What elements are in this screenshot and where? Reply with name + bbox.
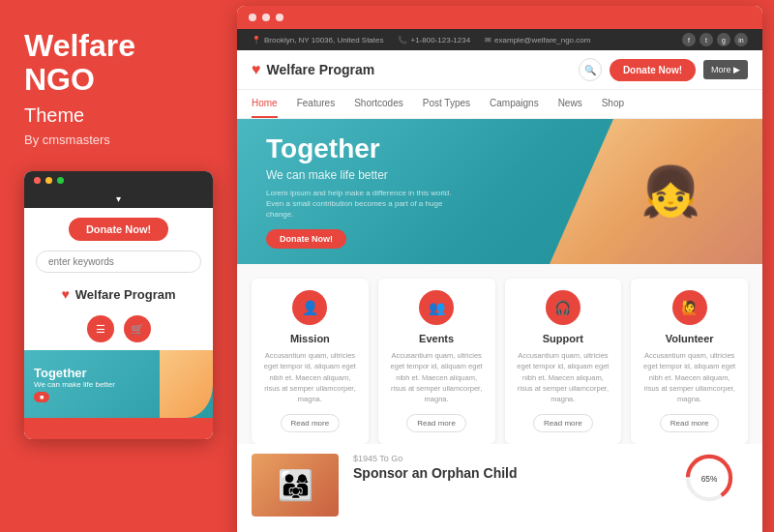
- menu-icon[interactable]: ☰: [87, 315, 114, 342]
- nav-item-shortcodes[interactable]: Shortcodes: [354, 90, 403, 118]
- events-read-more[interactable]: Read more: [406, 414, 466, 432]
- logo-heart-icon: ♥: [252, 61, 261, 78]
- feature-title-support: Support: [515, 333, 612, 344]
- volunteer-icon: 🙋: [672, 290, 707, 325]
- feature-card-mission: 👤 Mission Accusantium quam, ultricies eg…: [252, 279, 369, 444]
- nav-item-shop[interactable]: Shop: [602, 90, 624, 118]
- features-grid: 👤 Mission Accusantium quam, ultricies eg…: [252, 279, 748, 444]
- support-read-more[interactable]: Read more: [533, 414, 593, 432]
- campaign-chart: 65%: [670, 454, 748, 502]
- mobile-hero-subtitle: We can make life better: [34, 380, 115, 389]
- donate-button[interactable]: Donate Now!: [610, 59, 696, 81]
- campaign-title: Sponsor an Orphan Child: [353, 465, 656, 481]
- mobile-donate-button[interactable]: Donate Now!: [69, 218, 168, 241]
- mission-read-more[interactable]: Read more: [281, 414, 341, 432]
- mobile-nav-bar: ▾: [24, 190, 213, 208]
- hero-title: Together: [266, 134, 460, 164]
- mobile-hero: Together We can make life better ■: [24, 350, 213, 418]
- feature-card-events: 👥 Events Accusantium quam, ultricies ege…: [378, 279, 495, 444]
- email-icon: ✉: [485, 36, 491, 44]
- nav-item-news[interactable]: News: [558, 90, 582, 118]
- browser-dot-2: [262, 14, 270, 21]
- nav-item-features[interactable]: Features: [297, 90, 335, 118]
- cart-icon[interactable]: 🛒: [124, 315, 151, 342]
- phone-item: 📞 +1-800-123-1234: [398, 36, 470, 44]
- mobile-logo: ♥ Welfare Program: [24, 281, 213, 310]
- main-title: Welfare NGO: [24, 29, 135, 97]
- info-bar-left: 📍 Brooklyn, NY 10036, United States 📞 +1…: [252, 36, 590, 44]
- hero-description: Lorem ipsum and help make a difference i…: [266, 188, 460, 221]
- svg-text:65%: 65%: [701, 474, 718, 484]
- pie-chart-svg: 65%: [685, 454, 733, 502]
- linkedin-icon[interactable]: in: [734, 33, 748, 46]
- events-icon: 👥: [419, 290, 454, 325]
- mobile-browser-bar: [24, 171, 213, 190]
- hero-image: 👧: [550, 119, 762, 264]
- mobile-logo-text: Welfare Program: [75, 287, 176, 302]
- feature-title-mission: Mission: [261, 333, 359, 344]
- hero-subtitle: We can make life better: [266, 168, 460, 182]
- address-item: 📍 Brooklyn, NY 10036, United States: [252, 36, 383, 44]
- features-section: 👤 Mission Accusantium quam, ultricies eg…: [237, 264, 762, 444]
- facebook-icon[interactable]: f: [682, 33, 696, 46]
- volunteer-read-more[interactable]: Read more: [660, 414, 720, 432]
- girl-illustration: 👧: [640, 163, 700, 220]
- heart-icon: ♥: [61, 286, 69, 302]
- children-illustration: 👨‍👩‍👧: [278, 468, 313, 502]
- mobile-hero-cta[interactable]: ■: [34, 392, 49, 402]
- info-bar: 📍 Brooklyn, NY 10036, United States 📞 +1…: [237, 29, 762, 50]
- feature-desc-events: Accusantium quam, ultricies eget tempor …: [388, 350, 486, 404]
- browser-chrome: [237, 6, 762, 29]
- desktop-mockup: 📍 Brooklyn, NY 10036, United States 📞 +1…: [237, 6, 762, 532]
- mobile-bottom-strip: [24, 418, 213, 439]
- nav-item-home[interactable]: Home: [252, 90, 278, 118]
- mobile-dot-yellow: [45, 177, 52, 184]
- hero-content: Together We can make life better Lorem i…: [266, 134, 460, 248]
- browser-dot-3: [276, 14, 283, 21]
- feature-title-volunteer: Volunteer: [640, 333, 738, 344]
- feature-card-support: 🎧 Support Accusantium quam, ultricies eg…: [505, 279, 622, 444]
- mobile-hero-title: Together: [34, 366, 115, 380]
- mobile-icon-bar: ☰ 🛒: [24, 310, 213, 350]
- feature-desc-support: Accusantium quam, ultricies eget tempor …: [515, 350, 612, 404]
- nav-right-actions: 🔍 Donate Now! More ▶: [579, 58, 748, 81]
- author-credit: By cmsmasters: [24, 133, 110, 147]
- twitter-icon[interactable]: t: [700, 33, 713, 46]
- email-text: example@welfare_ngo.com: [494, 36, 590, 44]
- search-button[interactable]: 🔍: [579, 58, 602, 81]
- more-button[interactable]: More ▶: [703, 60, 748, 79]
- google-icon[interactable]: g: [717, 33, 730, 46]
- mobile-hero-image: [160, 350, 213, 418]
- nav-menu: Home Features Shortcodes Post Types Camp…: [237, 90, 762, 119]
- location-icon: 📍: [252, 36, 261, 44]
- nav-item-campaigns[interactable]: Campaigns: [490, 90, 539, 118]
- phone-text: +1-800-123-1234: [410, 36, 470, 44]
- social-icons: f t g in: [682, 33, 748, 46]
- bottom-section: 👨‍👩‍👧 $1945 To Go Sponsor an Orphan Chil…: [237, 444, 762, 532]
- mission-icon: 👤: [292, 290, 327, 325]
- support-icon: 🎧: [546, 290, 580, 325]
- site-logo: ♥ Welfare Program: [252, 61, 374, 78]
- feature-desc-volunteer: Accusantium quam, ultricies eget tempor …: [640, 350, 738, 404]
- campaign-image: 👨‍👩‍👧: [252, 454, 339, 517]
- site-name: Welfare Program: [267, 62, 375, 77]
- email-item: ✉ example@welfare_ngo.com: [485, 36, 590, 44]
- feature-title-events: Events: [388, 333, 486, 344]
- browser-dot-1: [249, 14, 256, 21]
- mobile-mockup: ▾ Donate Now! ♥ Welfare Program ☰ 🛒 Toge…: [24, 171, 213, 439]
- mobile-dot-green: [57, 177, 64, 184]
- address-text: Brooklyn, NY 10036, United States: [264, 36, 383, 44]
- feature-card-volunteer: 🙋 Volunteer Accusantium quam, ultricies …: [631, 279, 748, 444]
- main-nav: ♥ Welfare Program 🔍 Donate Now! More ▶: [237, 50, 762, 90]
- mobile-dot-red: [34, 177, 41, 184]
- chevron-down-icon: ▾: [116, 193, 121, 204]
- campaign-content: $1945 To Go Sponsor an Orphan Child: [353, 454, 656, 481]
- nav-item-post-types[interactable]: Post Types: [423, 90, 470, 118]
- hero-donate-button[interactable]: Donate Now!: [266, 229, 346, 249]
- hero-section: Together We can make life better Lorem i…: [237, 119, 762, 264]
- left-panel: Welfare NGO Theme By cmsmasters ▾ Donate…: [0, 0, 237, 532]
- theme-subtitle: Theme: [24, 104, 84, 127]
- mobile-search-input[interactable]: [36, 251, 201, 273]
- feature-desc-mission: Accusantium quam, ultricies eget tempor …: [261, 350, 359, 404]
- mobile-hero-content: Together We can make life better ■: [34, 366, 115, 402]
